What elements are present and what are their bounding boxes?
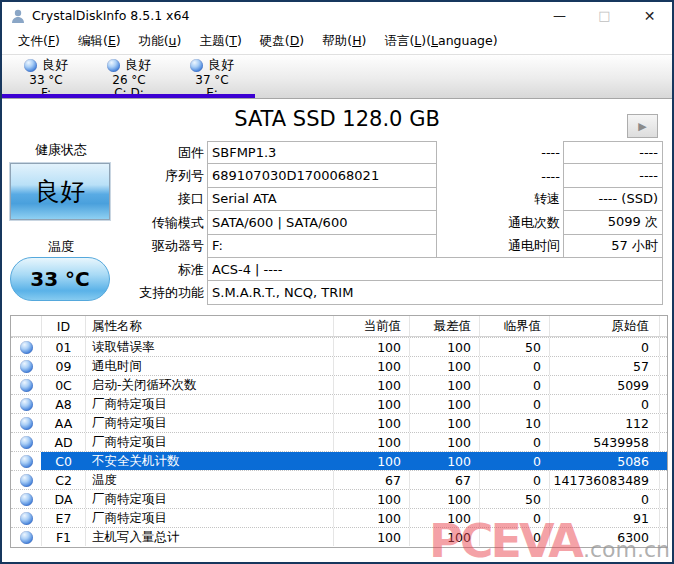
- drive-temp: 26 °C: [87, 73, 171, 87]
- header-name: 属性名称: [85, 316, 333, 336]
- attribute-status-orb-icon: [20, 417, 33, 430]
- disk-fields-right: -------- -------- 转速---- (SSD) 通电次数5099 …: [497, 141, 665, 258]
- smart-row-F1[interactable]: F1 主机写入量总计 100 100 0 6300: [11, 527, 667, 546]
- field-value: 57 小时: [563, 234, 663, 258]
- field-value: F:: [207, 234, 437, 258]
- field-value: 689107030D1700068021: [207, 163, 437, 187]
- menu-item-file[interactable]: 文件(F): [9, 30, 69, 53]
- maximize-button[interactable]: □: [582, 2, 627, 29]
- health-status-button[interactable]: 良好: [10, 163, 110, 220]
- smart-table: ID 属性名称 当前值 最差值 临界值 原始值 01 读取错误率 100 100…: [10, 315, 668, 548]
- header-icon-col: [11, 316, 41, 336]
- drive-status: 良好: [208, 56, 234, 74]
- attribute-status-orb-icon: [20, 436, 33, 449]
- drive-tab-e[interactable]: 良好 37 °C E:: [170, 57, 254, 97]
- field-hidden-2: --------: [497, 164, 665, 187]
- drive-tab-cd[interactable]: 良好 26 °C C: D:: [87, 57, 171, 97]
- window-title: CrystalDiskInfo 8.5.1 x64: [32, 8, 189, 23]
- header-raw: 原始值: [549, 316, 659, 336]
- menubar: 文件(F) 编辑(E) 功能(u) 主题(T) 硬盘(D) 帮助(H) 语言(L…: [2, 29, 672, 54]
- drive-status: 良好: [42, 56, 68, 74]
- minimize-button[interactable]: —: [537, 2, 582, 29]
- smart-row-0C[interactable]: 0C 启动-关闭循环次数 100 100 0 5099: [11, 375, 667, 394]
- smart-row-C2[interactable]: C2 温度 67 67 0 141736083489: [11, 470, 667, 489]
- field-power-on-count: 通电次数5099 次: [497, 211, 665, 234]
- smart-row-AD[interactable]: AD 厂商特定项目 100 100 0 5439958: [11, 432, 667, 451]
- header-current: 当前值: [333, 316, 409, 336]
- smart-row-E7[interactable]: E7 厂商特定项目 100 100 0 91: [11, 508, 667, 527]
- smart-row-A8[interactable]: A8 厂商特定项目 100 100 0 0: [11, 394, 667, 413]
- field-value: 5099 次: [563, 210, 663, 234]
- field-value: SBFMP1.3: [207, 141, 437, 164]
- attribute-status-orb-icon: [20, 493, 33, 506]
- attribute-status-orb-icon: [20, 455, 33, 468]
- attribute-status-orb-icon: [20, 360, 33, 373]
- smart-row-DA[interactable]: DA 厂商特定项目 100 100 50 0: [11, 489, 667, 508]
- attribute-status-orb-icon: [20, 531, 33, 544]
- field-hidden-1: --------: [497, 141, 665, 164]
- close-button[interactable]: ✕: [627, 2, 672, 29]
- header-worst: 最差值: [409, 316, 479, 336]
- window-controls: — □ ✕: [537, 2, 672, 29]
- drive-health-orb-icon: [24, 59, 37, 72]
- field-value: SATA/600 | SATA/600: [207, 210, 437, 234]
- titlebar: CrystalDiskInfo 8.5.1 x64 — □ ✕: [2, 2, 672, 29]
- field-standard: 标准ACS-4 | ----: [101, 258, 665, 281]
- smart-row-C0-selected[interactable]: C0 不安全关机计数 100 100 0 5086: [11, 451, 667, 470]
- field-value: Serial ATA: [207, 187, 437, 211]
- menu-item-function[interactable]: 功能(u): [130, 30, 191, 53]
- field-value: ----: [563, 141, 663, 164]
- drive-selector-bar: 良好 33 °C F: 良好 26 °C C: D: 良好 37 °C E:: [2, 54, 672, 99]
- attribute-status-orb-icon: [20, 398, 33, 411]
- app-icon: [10, 8, 26, 24]
- crystaldiskinfo-window: CrystalDiskInfo 8.5.1 x64 — □ ✕ 文件(F) 编辑…: [0, 0, 674, 564]
- drive-tab-f[interactable]: 良好 33 °C F:: [4, 57, 88, 97]
- next-disk-button[interactable]: ▶: [627, 114, 658, 138]
- selected-tab-underline: [2, 94, 255, 98]
- smart-row-01[interactable]: 01 读取错误率 100 100 50 0: [11, 337, 667, 356]
- menu-item-language[interactable]: 语言(L)(Language): [375, 30, 506, 53]
- temperature-label: 温度: [10, 238, 112, 256]
- field-value: ----: [563, 163, 663, 187]
- drive-temp: 37 °C: [170, 73, 254, 87]
- attribute-status-orb-icon: [20, 474, 33, 487]
- field-power-on-hours: 通电时间57 小时: [497, 235, 665, 258]
- menu-item-disk[interactable]: 硬盘(D): [251, 30, 313, 53]
- disk-title: SATA SSD 128.0 GB: [2, 107, 672, 131]
- menu-item-edit[interactable]: 编辑(E): [69, 30, 130, 53]
- drive-status: 良好: [125, 56, 151, 74]
- drive-health-orb-icon: [190, 59, 203, 72]
- drive-health-orb-icon: [107, 59, 120, 72]
- health-status-label: 健康状态: [10, 141, 112, 159]
- header-id: ID: [41, 316, 85, 336]
- smart-row-09[interactable]: 09 通电时间 100 100 0 57: [11, 356, 667, 375]
- attribute-status-orb-icon: [20, 379, 33, 392]
- field-value: ---- (SSD): [563, 187, 663, 211]
- disk-info-panel: SATA SSD 128.0 GB ▶ 健康状态 良好 温度 33 °C 固件S…: [2, 99, 672, 315]
- field-features: 支持的功能S.M.A.R.T., NCQ, TRIM: [101, 281, 665, 304]
- drive-temp: 33 °C: [4, 73, 88, 87]
- smart-table-header: ID 属性名称 当前值 最差值 临界值 原始值: [11, 316, 667, 337]
- menu-item-theme[interactable]: 主题(T): [190, 30, 250, 53]
- attribute-status-orb-icon: [20, 341, 33, 354]
- header-threshold: 临界值: [479, 316, 549, 336]
- field-value: ACS-4 | ----: [207, 257, 663, 281]
- attribute-status-orb-icon: [20, 512, 33, 525]
- temperature-button[interactable]: 33 °C: [10, 257, 110, 301]
- field-value: S.M.A.R.T., NCQ, TRIM: [207, 280, 663, 304]
- smart-row-AA[interactable]: AA 厂商特定项目 100 100 10 112: [11, 413, 667, 432]
- field-rotation-rate: 转速---- (SSD): [497, 188, 665, 211]
- menu-item-help[interactable]: 帮助(H): [313, 30, 375, 53]
